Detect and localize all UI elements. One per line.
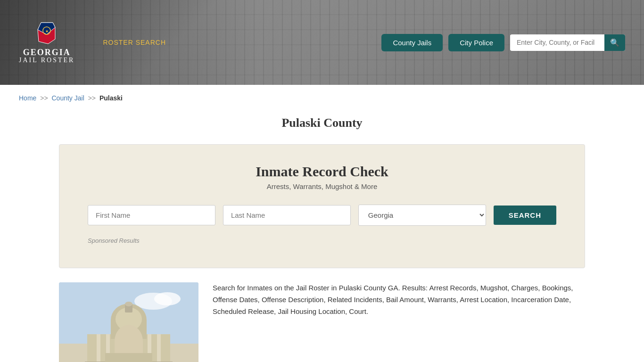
breadcrumb-sep-2: >> xyxy=(88,94,96,102)
svg-rect-5 xyxy=(59,344,198,362)
record-check-title: Inmate Record Check xyxy=(88,164,556,180)
breadcrumb-sep-1: >> xyxy=(40,94,48,102)
county-jails-button[interactable]: County Jails xyxy=(381,34,443,51)
record-check-form: Georgia SEARCH xyxy=(88,205,556,226)
county-description: Search for Inmates on the Jail Roster in… xyxy=(213,282,585,317)
search-button[interactable]: SEARCH xyxy=(494,206,556,225)
svg-point-7 xyxy=(154,292,181,305)
breadcrumb-county-jail[interactable]: County Jail xyxy=(52,94,84,102)
last-name-input[interactable] xyxy=(223,205,351,225)
breadcrumb-current: Pulaski xyxy=(99,94,123,102)
courthouse-image xyxy=(59,282,198,362)
svg-rect-16 xyxy=(148,334,151,362)
record-check-subtitle: Arrests, Warrants, Mugshot & More xyxy=(88,182,556,190)
first-name-input[interactable] xyxy=(88,205,215,225)
svg-rect-15 xyxy=(106,334,110,362)
page-title: Pulaski County xyxy=(0,116,644,130)
header-content: ★ GEORGIA JAIL ROSTER ROSTER SEARCH Coun… xyxy=(0,0,644,85)
logo-jail-text: JAIL ROSTER xyxy=(19,57,74,65)
header-search-bar: 🔍 xyxy=(510,34,625,51)
bottom-section: Search for Inmates on the Jail Roster in… xyxy=(0,282,644,362)
sponsored-label: Sponsored Results xyxy=(88,237,556,244)
breadcrumb: Home >> County Jail >> Pulaski xyxy=(0,85,644,111)
svg-rect-17 xyxy=(157,334,161,362)
breadcrumb-home[interactable]: Home xyxy=(19,94,36,102)
svg-point-13 xyxy=(125,302,132,306)
site-logo[interactable]: ★ GEORGIA JAIL ROSTER xyxy=(19,20,74,65)
roster-search-link[interactable]: ROSTER SEARCH xyxy=(103,39,166,46)
city-police-button[interactable]: City Police xyxy=(448,34,504,51)
svg-rect-14 xyxy=(97,334,100,362)
header-search-input[interactable] xyxy=(510,35,604,50)
logo-georgia-text: GEORGIA xyxy=(23,48,71,57)
site-header: ★ GEORGIA JAIL ROSTER ROSTER SEARCH Coun… xyxy=(0,0,644,85)
courthouse-svg xyxy=(59,282,198,362)
state-select[interactable]: Georgia xyxy=(358,205,486,226)
svg-text:★: ★ xyxy=(45,29,48,33)
header-search-button[interactable]: 🔍 xyxy=(604,34,625,51)
header-right: County Jails City Police 🔍 xyxy=(381,34,625,51)
georgia-state-icon: ★ xyxy=(34,20,60,46)
record-check-section: Inmate Record Check Arrests, Warrants, M… xyxy=(59,144,585,268)
